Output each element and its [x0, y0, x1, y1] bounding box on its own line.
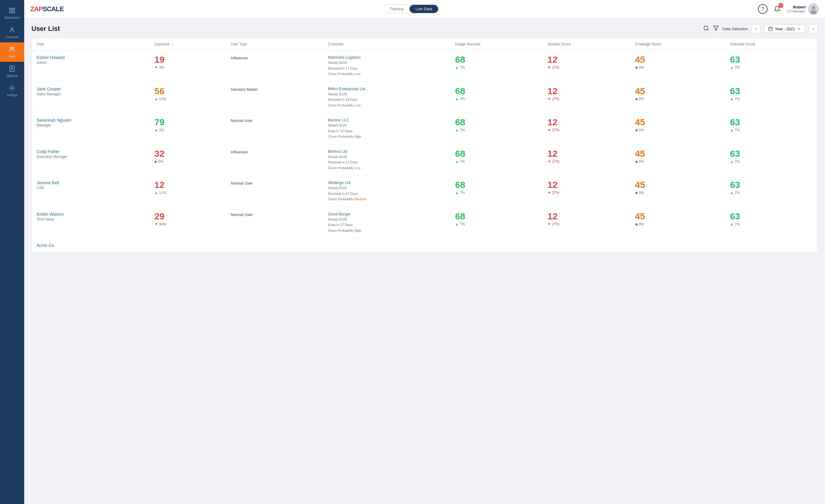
notification-badge: 23 — [778, 3, 783, 8]
user-name-link[interactable]: Kristin Watson — [36, 212, 145, 217]
sidebar-item-settings[interactable]: Settings — [0, 81, 24, 100]
table-row: Jerome Bell CSE 12 ▲ 11% Normal User Abs… — [32, 175, 817, 207]
coverage-score-cell: 45 ◆ 0% — [630, 113, 725, 144]
filter-button[interactable] — [713, 25, 719, 33]
outcome-score-cell: 63 ▲ 7% — [725, 175, 817, 207]
user-role-text: Manager — [36, 123, 145, 127]
page-header: User List Date Selection ‹ — [31, 24, 818, 33]
user-role-text: CSE — [36, 186, 145, 190]
customer-name-link[interactable]: Barone LLC. — [328, 118, 445, 122]
user-name-link[interactable]: Savannah Nguyen — [36, 118, 145, 123]
zapscore-cell: 29 ▼ 34% — [149, 207, 226, 238]
sidebar-item-user-label: User — [9, 55, 15, 58]
user-cell: Acme Co. — [32, 238, 149, 253]
page-title: User List — [31, 25, 60, 33]
svg-point-11 — [11, 87, 13, 89]
zapscore-cell: 56 ▲ 13% — [149, 81, 226, 113]
session-score-cell: 12 ▼ 27% — [542, 81, 630, 113]
filter-icon — [713, 25, 719, 31]
churn-value: High — [355, 135, 361, 138]
session-score: 12 ▼ 27% — [547, 149, 625, 164]
customer-mrr: Steady $12K — [328, 92, 445, 97]
coverage-score-cell: 45 ◆ 0% — [630, 50, 725, 82]
coverage-score-cell: 45 ◆ 0% — [630, 175, 725, 207]
date-next-button[interactable]: › — [809, 24, 818, 33]
svg-rect-1 — [13, 8, 14, 10]
zapscore-cell: 19 ▼ 3% — [149, 50, 226, 82]
sidebar-item-dashboard[interactable]: Dashboard — [0, 4, 24, 23]
svg-point-15 — [704, 26, 708, 30]
coverage-score: 45 ◆ 0% — [635, 118, 720, 132]
table-row: Esther Howard Admin 19 ▼ 3% Influencer M… — [32, 50, 817, 82]
user-table: User Zapscore ↕ User Type Customer Usage… — [31, 38, 818, 253]
svg-point-4 — [11, 28, 13, 30]
table-row: Jane Cooper Sales Manager 56 ▲ 13% Decis… — [32, 81, 817, 113]
header-controls: Date Selection ‹ Year - 2021 › — [703, 24, 818, 33]
user-name-link[interactable]: Cody Fisher — [36, 149, 145, 154]
customer-name-link[interactable]: Mahindra Logistics — [328, 55, 445, 60]
header-row: User Zapscore ↕ User Type Customer Usage… — [32, 39, 817, 50]
user-name-link[interactable]: Jane Cooper — [36, 86, 145, 91]
customer-name-link[interactable]: Good Burger — [328, 212, 445, 216]
user-type: Decision Maker — [231, 87, 258, 92]
sidebar-item-customer[interactable]: Customer — [0, 23, 24, 42]
coverage-score-cell: 45 ◆ 0% — [630, 81, 725, 113]
churn-value: Low — [355, 166, 361, 170]
dashboard-icon — [9, 7, 15, 15]
customer-cell: Barone LLC. Steady $12K Ends In 16 Days … — [323, 113, 450, 144]
usage-success-cell: 68 ▲ 7% — [450, 81, 542, 113]
avatar-image — [808, 4, 819, 14]
session-score: 12 ▼ 27% — [547, 118, 625, 132]
svg-rect-0 — [10, 8, 11, 10]
user-cell: Savannah Nguyen Manager — [32, 113, 149, 144]
table-row: Cody Fisher Executive Manager 32 ◆ 0% In… — [32, 144, 817, 175]
customer-name-link[interactable]: Binford Ltd. — [328, 149, 445, 154]
usage-success-cell: 68 ▲ 7% — [450, 144, 542, 175]
user-type-cell: Normal User — [226, 207, 323, 238]
user-name-link[interactable]: Jerome Bell — [36, 180, 145, 185]
col-customer: Customer — [323, 39, 450, 50]
sidebar-item-zapbook[interactable]: Zapbook — [0, 62, 24, 81]
user-name-link[interactable]: Esther Howard — [36, 55, 145, 60]
svg-line-16 — [707, 29, 708, 30]
nav-tab-training[interactable]: Training — [383, 5, 409, 13]
svg-marker-17 — [713, 26, 718, 30]
customer-mrr: Steady $12K — [328, 186, 445, 191]
svg-rect-2 — [10, 11, 11, 13]
nav-tab-live-data[interactable]: Live Data — [409, 5, 438, 13]
user-cell: Kristin Watson Tech Head — [32, 207, 149, 238]
coverage-score: 45 ◆ 0% — [635, 212, 720, 226]
customer-mrr: Steady $12K — [328, 123, 445, 128]
user-role-text: Admin — [36, 61, 145, 65]
customer-renewal: Renewal In 17 Days — [328, 160, 445, 165]
session-score: 12 ▼ 27% — [547, 212, 625, 226]
col-user: User — [32, 39, 149, 50]
help-button[interactable]: ? — [758, 4, 767, 14]
help-icon: ? — [761, 6, 764, 12]
customer-renewal: Renewal In 18 Days — [328, 97, 445, 102]
sidebar-item-settings-label: Settings — [7, 93, 17, 97]
sidebar-item-user[interactable]: User — [0, 42, 24, 62]
session-score-cell: 12 ▼ 27% — [542, 175, 630, 207]
main-content: ZAPSCALE Training Live Data ? 23 Robert … — [24, 0, 825, 504]
notification-button[interactable]: 23 — [772, 4, 782, 14]
usage-success-cell: 68 ▲ 7% — [450, 50, 542, 82]
date-picker[interactable]: Year - 2021 — [764, 24, 805, 33]
search-button[interactable] — [703, 25, 709, 33]
settings-icon — [9, 85, 15, 92]
churn-probability: Churn Probability Medium — [328, 197, 445, 202]
user-role-text: Sales Manager — [36, 92, 145, 96]
col-session-score: Session Score — [542, 39, 630, 50]
logo: ZAPSCALE — [30, 5, 64, 13]
calendar-icon — [768, 26, 773, 31]
session-score-cell: 12 ▼ 27% — [542, 50, 630, 82]
content-area: User List Date Selection ‹ — [24, 18, 825, 504]
customer-name-link[interactable]: Biffco Enterprises Ltd. — [328, 86, 445, 91]
col-zapscore[interactable]: Zapscore ↕ — [149, 39, 226, 50]
churn-probability: Churn Probability High — [328, 228, 445, 233]
date-prev-button[interactable]: ‹ — [752, 24, 761, 33]
usage-score: 68 ▲ 7% — [455, 118, 538, 132]
outcome-score-cell: 63 ▲ 7% — [725, 144, 817, 175]
user-name-link[interactable]: Acme Co. — [36, 243, 145, 248]
customer-name-link[interactable]: Abstergo Ltd. — [328, 180, 445, 185]
